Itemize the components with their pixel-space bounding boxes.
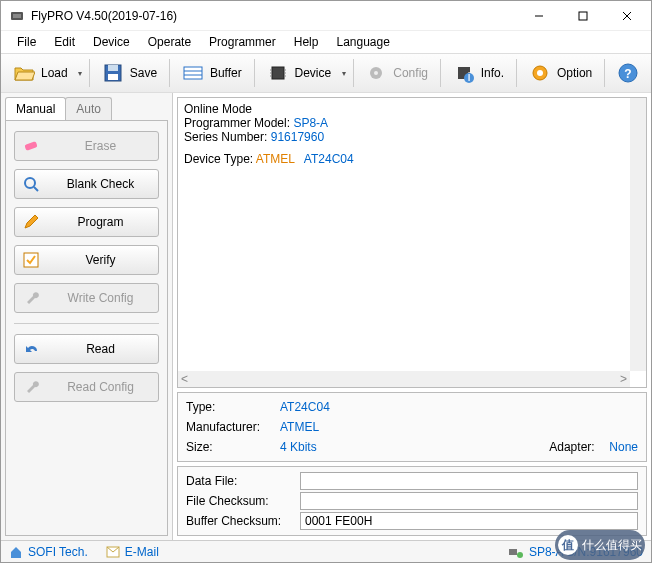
verify-button[interactable]: Verify xyxy=(14,245,159,275)
load-button[interactable]: Load xyxy=(5,57,76,89)
device-dropdown[interactable] xyxy=(339,69,348,78)
verify-label: Verify xyxy=(51,253,150,267)
statusbar: SOFI Tech. E-Mail SP8-A S/N:91617960 值 什… xyxy=(1,540,651,562)
sofi-link[interactable]: SOFI Tech. xyxy=(9,545,88,559)
body: Manual Auto Erase Blank Check Program xyxy=(1,93,651,540)
help-button[interactable]: ? xyxy=(609,57,647,89)
menu-programmer[interactable]: Programmer xyxy=(201,33,284,51)
datafile-field[interactable] xyxy=(300,472,638,490)
type-value: AT24C04 xyxy=(280,400,330,414)
erase-button[interactable]: Erase xyxy=(14,131,159,161)
horizontal-scrollbar[interactable]: <> xyxy=(178,371,630,387)
home-icon xyxy=(9,545,23,559)
size-value: 4 Kbits xyxy=(280,440,317,454)
separator xyxy=(14,323,159,324)
separator xyxy=(89,59,90,87)
tab-auto[interactable]: Auto xyxy=(65,97,112,120)
buffer-button[interactable]: Buffer xyxy=(174,57,250,89)
app-window: FlyPRO V4.50(2019-07-16) File Edit Devic… xyxy=(0,0,652,563)
device-label: Device xyxy=(295,66,332,80)
titlebar: FlyPRO V4.50(2019-07-16) xyxy=(1,1,651,31)
wrench-icon xyxy=(23,290,41,306)
info-row: Manufacturer: ATMEL xyxy=(186,417,638,437)
svg-line-30 xyxy=(34,187,38,191)
config-button[interactable]: Config xyxy=(357,57,436,89)
separator xyxy=(353,59,354,87)
tab-manual[interactable]: Manual xyxy=(5,97,66,120)
svg-point-25 xyxy=(537,70,543,76)
chip-info-icon: i xyxy=(453,62,475,84)
connection-status: SP8-A S/N:91617960 xyxy=(507,545,643,559)
erase-label: Erase xyxy=(51,139,150,153)
info-row: Data File: xyxy=(186,471,638,491)
menu-language[interactable]: Language xyxy=(328,33,397,51)
separator xyxy=(254,59,255,87)
write-config-button[interactable]: Write Config xyxy=(14,283,159,313)
program-button[interactable]: Program xyxy=(14,207,159,237)
separator xyxy=(604,59,605,87)
info-row: File Checksum: xyxy=(186,491,638,511)
adapter-value: None xyxy=(609,440,638,454)
type-key: Type: xyxy=(186,400,276,414)
write-config-label: Write Config xyxy=(51,291,150,305)
right-panel: Online Mode Programmer Model: SP8-A Seri… xyxy=(173,93,651,540)
save-label: Save xyxy=(130,66,157,80)
app-icon xyxy=(9,8,25,24)
minimize-button[interactable] xyxy=(517,2,561,30)
svg-rect-12 xyxy=(272,67,284,79)
chip-icon xyxy=(267,62,289,84)
info-row: Type: AT24C04 xyxy=(186,397,638,417)
filechecksum-key: File Checksum: xyxy=(186,494,296,508)
gear-orange-icon xyxy=(529,62,551,84)
menu-edit[interactable]: Edit xyxy=(46,33,83,51)
svg-rect-8 xyxy=(108,74,118,80)
help-icon: ? xyxy=(617,62,639,84)
load-dropdown[interactable] xyxy=(76,69,85,78)
manufacturer-key: Manufacturer: xyxy=(186,420,276,434)
info-button[interactable]: i Info. xyxy=(445,57,512,89)
svg-rect-7 xyxy=(108,65,118,71)
buffer-icon xyxy=(182,62,204,84)
menu-file[interactable]: File xyxy=(9,33,44,51)
svg-rect-33 xyxy=(509,549,517,555)
email-link[interactable]: E-Mail xyxy=(106,545,159,559)
option-button[interactable]: Option xyxy=(521,57,600,89)
svg-text:i: i xyxy=(467,70,470,84)
vertical-scrollbar[interactable] xyxy=(630,98,646,371)
size-key: Size: xyxy=(186,440,276,454)
menu-device[interactable]: Device xyxy=(85,33,138,51)
info-label: Info. xyxy=(481,66,504,80)
blank-check-button[interactable]: Blank Check xyxy=(14,169,159,199)
close-button[interactable] xyxy=(605,2,649,30)
maximize-button[interactable] xyxy=(561,2,605,30)
svg-point-29 xyxy=(25,178,35,188)
mail-icon xyxy=(106,546,120,558)
separator xyxy=(440,59,441,87)
menu-operate[interactable]: Operate xyxy=(140,33,199,51)
output-line: Online Mode xyxy=(184,102,640,116)
gear-icon xyxy=(365,62,387,84)
info-row: Size: 4 Kbits Adapter: None xyxy=(186,437,638,457)
filechecksum-field[interactable] xyxy=(300,492,638,510)
save-button[interactable]: Save xyxy=(94,57,165,89)
magnifier-icon xyxy=(23,176,41,192)
menu-help[interactable]: Help xyxy=(286,33,327,51)
svg-text:?: ? xyxy=(624,67,631,81)
floppy-icon xyxy=(102,62,124,84)
separator xyxy=(169,59,170,87)
svg-rect-9 xyxy=(184,67,202,79)
output-line: Programmer Model: SP8-A xyxy=(184,116,640,130)
read-button[interactable]: Read xyxy=(14,334,159,364)
device-button[interactable]: Device xyxy=(259,57,340,89)
buffer-label: Buffer xyxy=(210,66,242,80)
blank-check-label: Blank Check xyxy=(51,177,150,191)
tab-panel-manual: Erase Blank Check Program Verify Write C… xyxy=(5,120,168,536)
bufferchecksum-field[interactable]: 0001 FE00H xyxy=(300,512,638,530)
read-config-button[interactable]: Read Config xyxy=(14,372,159,402)
output-box: Online Mode Programmer Model: SP8-A Seri… xyxy=(177,97,647,388)
info-row: Buffer Checksum: 0001 FE00H xyxy=(186,511,638,531)
left-panel: Manual Auto Erase Blank Check Program xyxy=(1,93,173,540)
svg-rect-1 xyxy=(13,14,21,18)
toolbar: Load Save Buffer Device Config i Info. xyxy=(1,53,651,93)
check-icon xyxy=(23,252,41,268)
